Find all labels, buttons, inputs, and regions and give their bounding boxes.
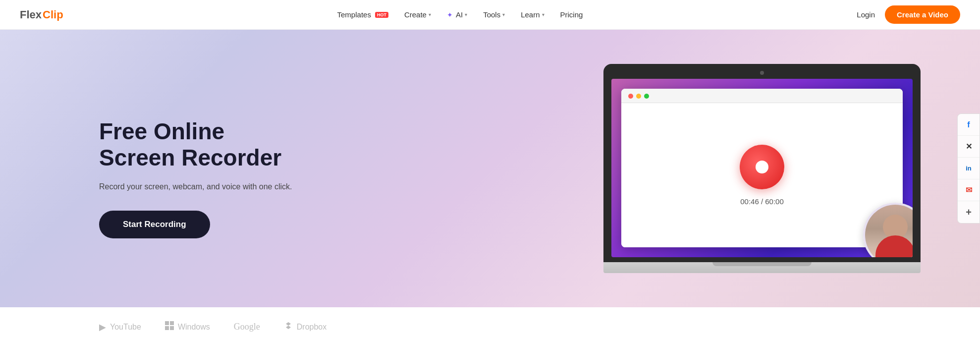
hot-badge: HOT [375,12,388,18]
partner-youtube: ▶ YouTube [99,322,141,333]
camera-dot [760,71,764,75]
facebook-icon: f [967,120,970,129]
browser-content: 00:46 / 60:00 [621,103,903,247]
hero-subtitle: Record your screen, webcam, and voice wi… [99,181,297,193]
email-icon: ✉ [966,185,972,195]
hero-content: Free Online Screen Recorder Record your … [0,99,297,238]
nav-tools-label: Tools [483,10,500,19]
nav-templates[interactable]: Templates HOT [337,10,388,19]
laptop-illustration: 00:46 / 60:00 [603,64,921,273]
chevron-down-icon: ▾ [429,12,431,17]
laptop-outer: 00:46 / 60:00 [603,64,921,273]
linkedin-icon: in [966,165,972,172]
maximize-traffic-dot [644,94,649,99]
laptop-screen-inner: 00:46 / 60:00 [611,79,913,257]
nav-pricing[interactable]: Pricing [560,10,583,19]
partner-dropbox: Dropbox [284,321,327,333]
laptop-base [603,262,921,273]
svg-rect-1 [170,321,174,325]
facebook-share-button[interactable]: f [958,114,980,136]
twitter-share-button[interactable]: ✕ [958,136,980,158]
svg-rect-2 [165,326,169,330]
chevron-down-icon: ▾ [502,12,505,17]
partner-windows: Windows [165,321,210,333]
create-video-button[interactable]: Create a Video [885,5,960,24]
browser-titlebar [621,89,903,103]
plus-icon: + [966,207,972,218]
login-button[interactable]: Login [857,10,875,19]
laptop-hinge [712,262,812,266]
dropbox-icon [284,321,293,333]
minimize-traffic-dot [636,94,641,99]
start-recording-button[interactable]: Start Recording [99,211,210,238]
more-share-button[interactable]: + [958,201,980,223]
partners-bar: ▶ YouTube Windows Google Dropbox [0,307,980,337]
nav-learn-label: Learn [521,10,540,19]
nav-pricing-label: Pricing [560,10,583,19]
record-timer: 00:46 / 60:00 [740,197,784,206]
person-body [875,235,913,257]
youtube-icon: ▶ [99,322,106,333]
linkedin-share-button[interactable]: in [958,158,980,179]
nav-tools[interactable]: Tools ▾ [483,10,505,19]
ai-star-icon: ✦ [447,11,453,19]
partner-dropbox-label: Dropbox [297,323,327,332]
chevron-down-icon: ▾ [465,12,467,17]
record-button-icon [740,145,784,189]
person-avatar [865,205,913,257]
close-traffic-dot [628,94,633,99]
record-inner-dot [756,161,768,173]
logo[interactable]: FlexClip [20,8,63,21]
social-sidebar: f ✕ in ✉ + [957,113,980,224]
nav-right: Login Create a Video [857,5,960,24]
laptop-screen-bezel: 00:46 / 60:00 [603,64,921,262]
nav-ai[interactable]: ✦ AI ▾ [447,10,467,19]
windows-icon [165,321,174,333]
google-icon: Google [234,322,260,332]
nav-links: Templates HOT Create ▾ ✦ AI ▾ Tools ▾ Le… [337,10,583,19]
svg-marker-4 [286,322,291,329]
partner-youtube-label: YouTube [110,323,141,332]
chevron-down-icon: ▾ [542,12,544,17]
nav-learn[interactable]: Learn ▾ [521,10,544,19]
browser-window: 00:46 / 60:00 [621,89,903,247]
email-share-button[interactable]: ✉ [958,179,980,201]
nav-templates-label: Templates [337,10,371,19]
navbar: FlexClip Templates HOT Create ▾ ✦ AI ▾ T… [0,0,980,30]
logo-flex: Flex [20,8,42,21]
logo-clip: Clip [43,8,63,21]
partner-windows-label: Windows [178,323,210,332]
twitter-icon: ✕ [966,142,972,151]
svg-rect-3 [170,326,174,330]
partner-google: Google [234,322,260,332]
hero-title: Free Online Screen Recorder [99,118,297,171]
nav-create-label: Create [404,10,427,19]
svg-rect-0 [165,321,169,325]
nav-ai-label: AI [456,10,463,19]
hero-section: Free Online Screen Recorder Record your … [0,30,980,307]
nav-create[interactable]: Create ▾ [404,10,431,19]
